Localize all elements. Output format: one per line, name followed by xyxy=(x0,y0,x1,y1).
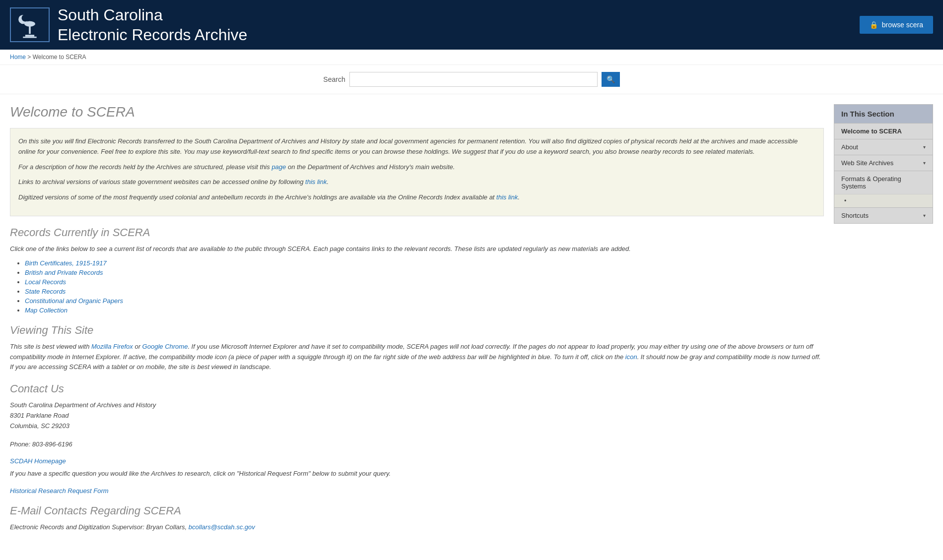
map-collection-link[interactable]: Map Collection xyxy=(25,307,67,314)
sidebar-item-website-archives[interactable]: Web Site Archives ▾ xyxy=(834,155,933,171)
sidebar: In This Section Welcome to SCERA About ▾… xyxy=(834,104,933,533)
birth-cert-link[interactable]: Birth Certificates, 1915-1917 xyxy=(25,259,107,267)
contact-address: South Carolina Department of Archives an… xyxy=(10,400,824,431)
search-label: Search xyxy=(323,75,345,83)
scdah-homepage-link[interactable]: SCDAH Homepage xyxy=(10,457,824,465)
contact-heading: Contact Us xyxy=(10,382,824,395)
list-item: Constitutional and Organic Papers xyxy=(25,297,824,305)
sidebar-item-formats[interactable]: Formats & Operating Systems xyxy=(834,171,933,194)
intro-p4: Digitized versions of some of the most f… xyxy=(18,192,815,203)
historical-request-link[interactable]: Historical Research Request Form xyxy=(10,487,824,495)
logo-icon xyxy=(14,10,46,40)
records-description: Click one of the links below to see a cu… xyxy=(10,244,824,254)
logo-box xyxy=(10,7,50,42)
icon-link[interactable]: icon xyxy=(625,353,637,361)
historical-text: If you have a specific question you woul… xyxy=(10,469,824,479)
in-this-section-header: In This Section xyxy=(834,105,933,123)
local-records-link[interactable]: Local Records xyxy=(25,278,66,286)
breadcrumb-home[interactable]: Home xyxy=(10,54,26,61)
header: South Carolina Electronic Records Archiv… xyxy=(0,0,943,50)
intro-p3: Links to archival versions of various st… xyxy=(18,177,815,187)
records-heading: Records Currently in SCERA xyxy=(10,226,824,239)
sidebar-sub-bullet: • xyxy=(834,194,933,207)
search-button[interactable]: 🔍 xyxy=(602,72,620,87)
page-title: Welcome to SCERA xyxy=(10,104,824,120)
list-item: Local Records xyxy=(25,278,824,286)
site-title: South Carolina Electronic Records Archiv… xyxy=(58,5,247,45)
content-area: Welcome to SCERA On this site you will f… xyxy=(10,104,824,533)
browse-scera-button[interactable]: 🔒 browse scera xyxy=(860,16,933,34)
british-records-link[interactable]: British and Private Records xyxy=(25,269,103,276)
main-layout: Welcome to SCERA On this site you will f… xyxy=(0,94,943,543)
browse-icon: 🔒 xyxy=(870,21,878,29)
intro-p1: On this site you will find Electronic Re… xyxy=(18,136,815,157)
search-input[interactable] xyxy=(349,72,598,87)
state-records-link[interactable]: State Records xyxy=(25,288,66,295)
sidebar-item-welcome[interactable]: Welcome to SCERA xyxy=(834,123,933,139)
email-link[interactable]: bcollars@scdah.sc.gov xyxy=(189,523,255,531)
contact-info: South Carolina Department of Archives an… xyxy=(10,400,824,495)
contact-phone: Phone: 803-896-6196 xyxy=(10,439,824,450)
svg-point-5 xyxy=(26,21,34,25)
svg-rect-6 xyxy=(25,35,34,37)
list-item: State Records xyxy=(25,288,824,295)
svg-rect-7 xyxy=(23,37,36,38)
viewing-text: This site is best viewed with Mozilla Fi… xyxy=(10,342,824,373)
list-item: British and Private Records xyxy=(25,269,824,276)
chrome-link[interactable]: Google Chrome xyxy=(142,343,188,350)
online-index-link[interactable]: this link xyxy=(496,193,518,201)
sidebar-item-about[interactable]: About ▾ xyxy=(834,139,933,155)
breadcrumb: Home > Welcome to SCERA xyxy=(0,50,943,65)
list-item: Map Collection xyxy=(25,307,824,314)
email-heading: E-Mail Contacts Regarding SCERA xyxy=(10,504,824,517)
archival-link[interactable]: this link xyxy=(305,178,327,186)
svg-point-2 xyxy=(22,14,29,22)
header-left: South Carolina Electronic Records Archiv… xyxy=(10,5,247,45)
records-list: Birth Certificates, 1915-1917 British an… xyxy=(10,259,824,314)
chevron-down-icon: ▾ xyxy=(923,160,926,166)
chevron-down-icon: ▾ xyxy=(923,144,926,150)
email-contact: Electronic Records and Digitization Supe… xyxy=(10,522,824,533)
in-this-section: In This Section Welcome to SCERA About ▾… xyxy=(834,104,933,224)
list-item: Birth Certificates, 1915-1917 xyxy=(25,259,824,267)
firefox-link[interactable]: Mozilla Firefox xyxy=(91,343,133,350)
intro-box: On this site you will find Electronic Re… xyxy=(10,128,824,216)
intro-p2: For a description of how the records hel… xyxy=(18,162,815,173)
constitutional-link[interactable]: Constitutional and Organic Papers xyxy=(25,297,123,305)
archives-link[interactable]: page xyxy=(271,163,286,171)
sidebar-item-shortcuts[interactable]: Shortcuts ▾ xyxy=(834,207,933,223)
chevron-down-icon: ▾ xyxy=(923,213,926,218)
search-icon: 🔍 xyxy=(606,75,615,83)
search-bar: Search 🔍 xyxy=(0,65,943,94)
viewing-heading: Viewing This Site xyxy=(10,324,824,337)
